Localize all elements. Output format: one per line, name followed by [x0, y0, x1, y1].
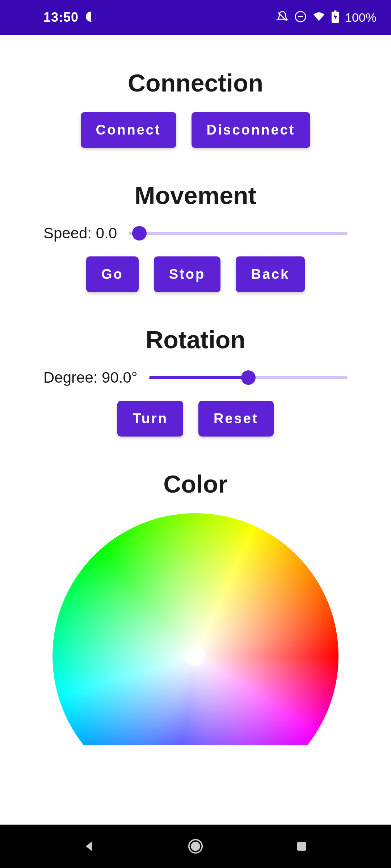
connection-buttons: Connect Disconnect	[14, 112, 377, 148]
battery-icon	[331, 10, 339, 24]
go-button[interactable]: Go	[86, 256, 139, 292]
svg-rect-7	[297, 842, 306, 851]
turn-button[interactable]: Turn	[117, 401, 183, 437]
degree-slider-row: Degree: 90.0°	[43, 369, 348, 386]
color-title: Color	[14, 470, 377, 498]
reset-button[interactable]: Reset	[198, 401, 274, 437]
status-right: 100%	[276, 10, 377, 25]
main-content: Connection Connect Disconnect Movement S…	[0, 35, 391, 745]
connect-button[interactable]: Connect	[81, 112, 176, 148]
movement-title: Movement	[14, 181, 377, 209]
nav-recent-button[interactable]	[293, 837, 311, 855]
degree-slider-thumb[interactable]	[241, 370, 256, 385]
battery-percentage: 100%	[345, 10, 377, 25]
speed-label: Speed: 0.0	[43, 225, 117, 242]
speed-slider[interactable]	[129, 226, 348, 241]
status-left: 13:50	[14, 10, 97, 25]
notification-off-icon	[276, 10, 289, 24]
svg-rect-4	[334, 10, 337, 12]
wifi-icon	[312, 10, 325, 25]
disconnect-button[interactable]: Disconnect	[192, 112, 311, 148]
stop-button[interactable]: Stop	[154, 256, 220, 292]
svg-point-6	[191, 842, 200, 851]
connection-title: Connection	[14, 69, 377, 97]
color-wheel-container	[14, 513, 377, 745]
nav-back-button[interactable]	[80, 837, 98, 855]
navigation-bar	[0, 825, 391, 868]
nav-home-button[interactable]	[186, 837, 205, 855]
speed-slider-row: Speed: 0.0	[43, 225, 348, 242]
color-wheel[interactable]	[52, 513, 339, 745]
rotation-title: Rotation	[14, 326, 377, 354]
back-button[interactable]: Back	[236, 256, 305, 292]
status-time: 13:50	[43, 10, 79, 25]
degree-label: Degree: 90.0°	[43, 369, 138, 386]
degree-slider[interactable]	[149, 370, 348, 385]
speed-slider-thumb[interactable]	[132, 226, 147, 241]
rotation-buttons: Turn Reset	[14, 401, 377, 437]
movement-buttons: Go Stop Back	[14, 256, 377, 292]
dnd-icon	[294, 10, 307, 24]
status-bar: 13:50	[0, 0, 391, 35]
color-picker-dot[interactable]	[185, 646, 206, 666]
app-icon	[85, 11, 97, 24]
